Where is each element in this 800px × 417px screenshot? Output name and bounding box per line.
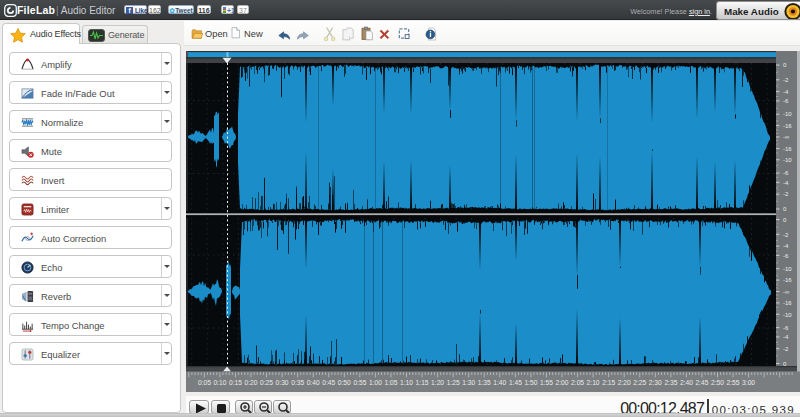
svg-text:1:30: 1:30: [462, 379, 475, 386]
svg-text:2:35: 2:35: [664, 379, 677, 386]
svg-text:2:40: 2:40: [680, 379, 693, 386]
svg-text:-∞: -∞: [783, 134, 789, 140]
svg-text:-4: -4: [783, 89, 789, 95]
svg-text:0:25: 0:25: [260, 379, 273, 386]
svg-text:-6: -6: [783, 253, 789, 259]
svg-text:2:05: 2:05: [571, 379, 584, 386]
svg-text:1:35: 1:35: [478, 379, 491, 386]
svg-text:2:10: 2:10: [587, 379, 600, 386]
svg-text:-∞: -∞: [783, 289, 789, 295]
svg-text:0:40: 0:40: [307, 379, 320, 386]
svg-text:-6: -6: [783, 170, 789, 176]
svg-text:1:05: 1:05: [384, 379, 397, 386]
svg-text:1:25: 1:25: [447, 379, 460, 386]
svg-text:2:20: 2:20: [618, 379, 631, 386]
svg-text:0:20: 0:20: [244, 379, 257, 386]
svg-text:1:45: 1:45: [509, 379, 522, 386]
svg-text:0:45: 0:45: [322, 379, 335, 386]
svg-text:-2: -2: [783, 346, 789, 352]
svg-text:2:55: 2:55: [726, 379, 739, 386]
svg-text:2:50: 2:50: [711, 379, 724, 386]
svg-text:-6: -6: [783, 98, 789, 104]
svg-text:1:20: 1:20: [431, 379, 444, 386]
svg-text:-16: -16: [783, 123, 792, 129]
svg-text:1:50: 1:50: [524, 379, 537, 386]
svg-text:-16: -16: [783, 277, 792, 283]
svg-text:-4: -4: [783, 243, 789, 249]
svg-text:-10: -10: [783, 157, 792, 163]
svg-text:0:50: 0:50: [338, 379, 351, 386]
svg-text:0:15: 0:15: [229, 379, 242, 386]
svg-text:2:25: 2:25: [633, 379, 646, 386]
svg-text:-4: -4: [783, 334, 789, 340]
svg-text:1:00: 1:00: [369, 379, 382, 386]
svg-text:0:30: 0:30: [276, 379, 289, 386]
svg-text:1:55: 1:55: [540, 379, 553, 386]
svg-text:1:15: 1:15: [416, 379, 429, 386]
svg-text:-4: -4: [783, 180, 789, 186]
svg-text:0:55: 0:55: [353, 379, 366, 386]
svg-text:-16: -16: [783, 146, 792, 152]
svg-text:-10: -10: [783, 111, 792, 117]
svg-text:-10: -10: [783, 312, 792, 318]
svg-text:2:15: 2:15: [602, 379, 615, 386]
svg-text:-16: -16: [783, 300, 792, 306]
svg-text:0:10: 0:10: [213, 379, 226, 386]
svg-text:-6: -6: [783, 325, 789, 331]
svg-text:1:40: 1:40: [493, 379, 506, 386]
svg-text:-10: -10: [783, 266, 792, 272]
svg-text:0:05: 0:05: [198, 379, 211, 386]
svg-text:-2: -2: [783, 77, 789, 83]
svg-text:1:10: 1:10: [400, 379, 413, 386]
svg-text:2:30: 2:30: [649, 379, 662, 386]
svg-text:3:00: 3:00: [742, 379, 755, 386]
svg-text:2:00: 2:00: [555, 379, 568, 386]
svg-text:-2: -2: [783, 191, 789, 197]
svg-text:0:35: 0:35: [291, 379, 304, 386]
svg-text:2:45: 2:45: [695, 379, 708, 386]
svg-text:-2: -2: [783, 232, 789, 238]
